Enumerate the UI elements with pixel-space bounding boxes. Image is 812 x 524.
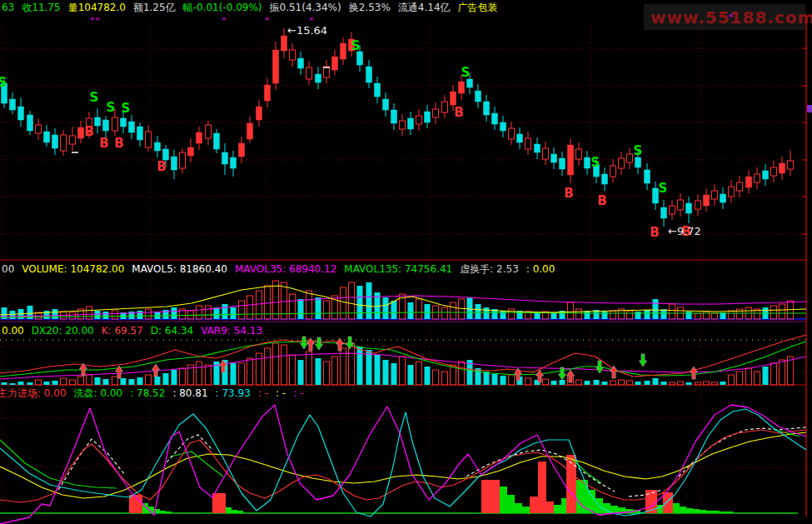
indicator-bar bbox=[635, 382, 641, 385]
indicator-bar bbox=[645, 381, 650, 385]
volume-bar bbox=[653, 299, 659, 319]
volume-bar bbox=[95, 311, 101, 319]
bottom-bar bbox=[554, 505, 561, 513]
indicator-bar bbox=[61, 378, 67, 385]
indicator-bar bbox=[771, 363, 777, 385]
indicator-bar bbox=[70, 380, 76, 385]
candle bbox=[627, 154, 633, 162]
high-price-label: ←15.64 bbox=[287, 24, 327, 37]
indicator-bar bbox=[95, 377, 101, 385]
bottom-bar bbox=[546, 502, 554, 513]
bottom-stat-0: 主力进场: 0.00 bbox=[0, 387, 67, 399]
candle bbox=[635, 157, 641, 167]
candle bbox=[332, 57, 338, 70]
volume-bar bbox=[306, 291, 312, 319]
volume-bar bbox=[257, 291, 262, 319]
bottom-bar bbox=[530, 497, 538, 513]
indicator-bar bbox=[720, 382, 726, 385]
signal-dot: ✕ bbox=[95, 16, 100, 22]
indicator-bar bbox=[137, 377, 143, 385]
volume-bar bbox=[316, 297, 321, 319]
bottom-bar bbox=[237, 511, 243, 513]
candle bbox=[257, 107, 262, 120]
buy-marker: B bbox=[99, 136, 108, 151]
candle bbox=[36, 125, 42, 133]
indicator-bar bbox=[103, 379, 109, 385]
signal-dot: ✕ bbox=[309, 16, 314, 22]
candle bbox=[324, 67, 330, 77]
quote-stat-7: 流通4.14亿 bbox=[398, 2, 451, 13]
buy-marker: B bbox=[84, 124, 93, 139]
volume-bar bbox=[509, 309, 515, 319]
indicator-bar bbox=[602, 382, 608, 385]
candle bbox=[18, 107, 24, 120]
volume-bar bbox=[197, 306, 202, 319]
volume-bar bbox=[704, 312, 710, 319]
volume-bar bbox=[112, 310, 118, 319]
candle bbox=[155, 142, 161, 151]
scroll-slider[interactable] bbox=[807, 105, 812, 112]
indicator-bar bbox=[18, 382, 24, 385]
candle bbox=[306, 67, 312, 79]
candle bbox=[737, 182, 743, 191]
indicator-bar bbox=[670, 382, 675, 385]
indicator-bar bbox=[737, 372, 743, 385]
indicator-bar bbox=[298, 360, 304, 385]
indicator-bar bbox=[172, 370, 177, 385]
quote-stat-3: 额1.25亿 bbox=[133, 2, 176, 13]
signal-dot: ✕ bbox=[265, 16, 270, 22]
signal-dot: ✕ bbox=[729, 12, 734, 19]
indicator-bar bbox=[442, 372, 448, 385]
volume-bar bbox=[44, 311, 50, 319]
candle bbox=[788, 161, 794, 169]
volume-bar bbox=[610, 311, 616, 319]
candle bbox=[467, 79, 473, 87]
indicator-bar bbox=[36, 380, 42, 385]
indicator-bar bbox=[686, 382, 692, 385]
candle bbox=[416, 116, 422, 124]
candle bbox=[103, 120, 109, 131]
bottom-bar bbox=[561, 498, 566, 513]
candle bbox=[746, 177, 752, 187]
volume-header: 00VOLUME: 104782.00MAVOL5: 81860.40MAVOL… bbox=[2, 262, 562, 277]
indicator-bar bbox=[383, 360, 389, 385]
volume-bar bbox=[222, 304, 228, 319]
volume-bar bbox=[137, 311, 143, 319]
indicator-bar bbox=[44, 382, 50, 385]
indicator-bar bbox=[425, 367, 431, 385]
volume-bar bbox=[729, 311, 735, 319]
low-price-label: ←9.72 bbox=[668, 225, 701, 237]
sell-arrow-icon bbox=[316, 337, 323, 350]
candle bbox=[391, 110, 397, 123]
candle bbox=[239, 143, 245, 157]
candle bbox=[585, 157, 590, 168]
buy-marker: B bbox=[157, 159, 166, 174]
bottom-bar bbox=[713, 511, 720, 513]
volume-bar bbox=[357, 286, 363, 319]
candle bbox=[180, 152, 186, 168]
candle bbox=[610, 166, 616, 177]
volume-bar bbox=[206, 306, 212, 319]
volume-stat-6: : 0.00 bbox=[526, 263, 555, 275]
indicator-bar bbox=[755, 372, 760, 385]
candle bbox=[661, 207, 667, 218]
volume-bar bbox=[712, 313, 718, 319]
indicator-bar bbox=[163, 373, 169, 385]
indicator-bar bbox=[290, 355, 296, 385]
sell-marker: S bbox=[659, 181, 668, 196]
candle bbox=[197, 132, 202, 143]
candle bbox=[619, 158, 625, 168]
indicator-bar bbox=[594, 380, 600, 385]
indicator-bar bbox=[52, 381, 58, 385]
candle bbox=[112, 117, 118, 131]
candle bbox=[341, 43, 346, 59]
indicator-bar bbox=[129, 379, 135, 385]
candle bbox=[146, 132, 152, 147]
candle bbox=[357, 52, 363, 65]
candle bbox=[375, 83, 381, 97]
candle bbox=[509, 128, 515, 139]
indicator-bar bbox=[273, 343, 279, 385]
volume-bar bbox=[585, 311, 590, 319]
bottom-stat-4: : 73.93 bbox=[216, 387, 251, 399]
volume-bar bbox=[467, 297, 473, 319]
